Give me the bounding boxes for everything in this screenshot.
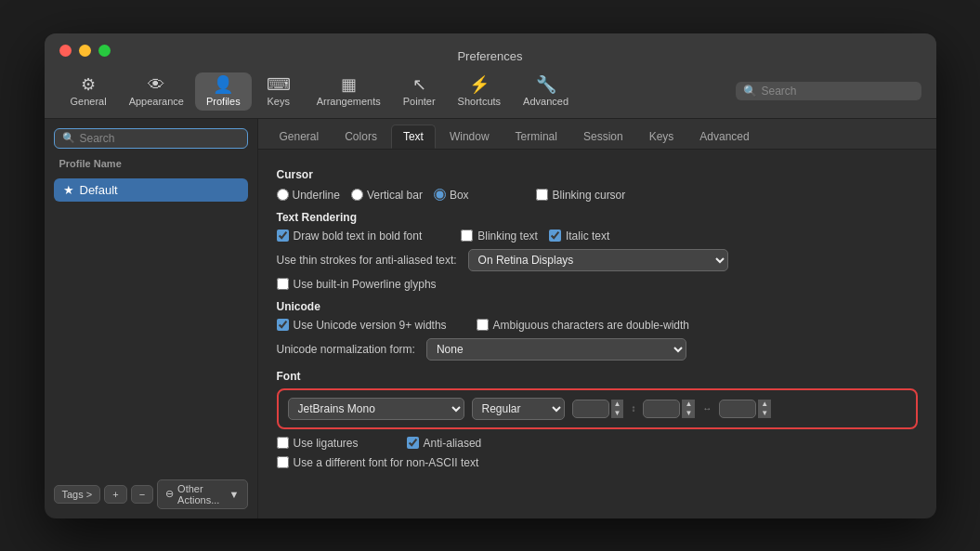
toolbar-item-keys[interactable]: ⌨ Keys xyxy=(252,72,306,111)
italic-text-label[interactable]: Italic text xyxy=(549,230,609,243)
toolbar-item-shortcuts[interactable]: ⚡ Shortcuts xyxy=(447,72,512,111)
profile-item-default[interactable]: ★ Default xyxy=(54,178,248,202)
minimize-button[interactable] xyxy=(79,45,91,57)
toolbar-label-general: General xyxy=(71,96,107,107)
circle-minus-icon: ⊖ xyxy=(165,488,174,500)
ambiguous-label[interactable]: Ambiguous characters are double-width xyxy=(477,319,689,332)
tab-colors[interactable]: Colors xyxy=(333,125,389,149)
toolbar-label-shortcuts: Shortcuts xyxy=(458,96,501,107)
text-rendering-row1: Draw bold text in bold font Blinking tex… xyxy=(277,230,918,243)
tab-terminal[interactable]: Terminal xyxy=(503,125,569,149)
different-font-row: Use a different font for non-ASCII text xyxy=(277,456,918,469)
ligatures-checkbox[interactable] xyxy=(277,437,289,449)
arrangements-icon: ▦ xyxy=(341,76,357,93)
line-height-icon: ↕ xyxy=(631,403,635,413)
line-height-up-button[interactable]: ▲ xyxy=(682,400,695,409)
blinking-cursor-label[interactable]: Blinking cursor xyxy=(536,189,626,202)
unicode-version-checkbox[interactable] xyxy=(277,319,289,331)
cursor-vertical-bar[interactable]: Vertical bar xyxy=(351,189,423,202)
toolbar-item-pointer[interactable]: ↖ Pointer xyxy=(392,72,447,111)
thin-strokes-select[interactable]: On Retina Displays Always Never xyxy=(468,249,728,271)
toolbar-item-profiles[interactable]: 👤 Profiles xyxy=(195,72,252,111)
cursor-box[interactable]: Box xyxy=(434,189,469,202)
preferences-window: Preferences ⚙ General 👁 Appearance 👤 Pro… xyxy=(45,33,936,518)
tab-window[interactable]: Window xyxy=(438,125,502,149)
char-spacing-input[interactable]: 100 xyxy=(719,400,756,418)
char-spacing-down-button[interactable]: ▼ xyxy=(758,409,771,418)
cursor-row: Underline Vertical bar Box Blinking curs… xyxy=(277,189,918,202)
toolbar-label-advanced: Advanced xyxy=(523,96,568,107)
font-size-up-button[interactable]: ▲ xyxy=(611,400,624,409)
toolbar-item-arrangements[interactable]: ▦ Arrangements xyxy=(306,72,392,111)
profile-name: Default xyxy=(80,183,118,197)
normalization-select[interactable]: None NFC NFD xyxy=(426,338,686,361)
sidebar-search-icon: 🔍 xyxy=(62,132,75,144)
sidebar-search-input[interactable] xyxy=(80,132,240,145)
unicode-version-label[interactable]: Use Unicode version 9+ widths xyxy=(277,319,447,332)
sidebar: 🔍 Profile Name ★ Default Tags > + − ⊖ Ot… xyxy=(45,119,258,518)
powerline-row: Use built-in Powerline glyphs xyxy=(277,278,918,291)
char-spacing-spin-icons: ▲ ▼ xyxy=(758,400,771,418)
line-height-spin-icons: ▲ ▼ xyxy=(682,400,695,418)
blinking-text-label[interactable]: Blinking text xyxy=(461,230,538,243)
italic-text-checkbox[interactable] xyxy=(549,230,561,242)
line-height-spinbox: 100 ▲ ▼ xyxy=(643,400,695,418)
toolbar-item-general[interactable]: ⚙ General xyxy=(59,72,118,111)
search-icon: 🔍 xyxy=(743,85,757,98)
toolbar-search-box[interactable]: 🔍 xyxy=(736,82,921,100)
window-title: Preferences xyxy=(59,49,921,63)
toolbar-item-appearance[interactable]: 👁 Appearance xyxy=(118,72,195,111)
tab-text[interactable]: Text xyxy=(391,125,436,149)
powerline-label[interactable]: Use built-in Powerline glyphs xyxy=(277,278,437,291)
tab-keys[interactable]: Keys xyxy=(637,125,686,149)
font-size-input[interactable]: 14 xyxy=(572,400,609,418)
profile-list-header: Profile Name xyxy=(54,154,248,173)
tab-advanced[interactable]: Advanced xyxy=(687,125,761,149)
titlebar: Preferences ⚙ General 👁 Appearance 👤 Pro… xyxy=(45,33,936,119)
tab-session[interactable]: Session xyxy=(571,125,635,149)
ambiguous-checkbox[interactable] xyxy=(477,319,489,331)
toolbar-label-keys: Keys xyxy=(267,96,289,107)
close-button[interactable] xyxy=(59,45,72,57)
general-icon: ⚙ xyxy=(81,76,96,93)
main-content: 🔍 Profile Name ★ Default Tags > + − ⊖ Ot… xyxy=(45,119,936,518)
add-profile-button[interactable]: + xyxy=(104,485,126,504)
toolbar-label-appearance: Appearance xyxy=(129,96,184,107)
sidebar-search-box[interactable]: 🔍 xyxy=(54,128,248,149)
remove-profile-button[interactable]: − xyxy=(131,485,153,504)
blinking-text-checkbox[interactable] xyxy=(461,230,473,242)
sidebar-bottom: Tags > + − ⊖ Other Actions... ▼ xyxy=(54,479,248,509)
different-font-label[interactable]: Use a different font for non-ASCII text xyxy=(277,456,479,469)
tab-general[interactable]: General xyxy=(268,125,332,149)
powerline-checkbox[interactable] xyxy=(277,278,289,290)
different-font-checkbox[interactable] xyxy=(277,456,289,468)
char-spacing-spinbox: 100 ▲ ▼ xyxy=(719,400,771,418)
toolbar-left: ⚙ General 👁 Appearance 👤 Profiles ⌨ Keys… xyxy=(59,72,581,111)
tab-bar: General Colors Text Window Terminal Sess… xyxy=(258,119,936,150)
unicode-section-title: Unicode xyxy=(277,300,918,313)
anti-aliased-label[interactable]: Anti-aliased xyxy=(407,437,482,450)
blinking-cursor-checkbox[interactable] xyxy=(536,189,548,201)
char-spacing-up-button[interactable]: ▲ xyxy=(758,400,771,409)
toolbar-search-input[interactable] xyxy=(762,85,914,98)
line-height-down-button[interactable]: ▼ xyxy=(682,409,695,418)
star-icon: ★ xyxy=(63,183,74,197)
maximize-button[interactable] xyxy=(98,45,111,57)
line-height-input[interactable]: 100 xyxy=(643,400,680,418)
appearance-icon: 👁 xyxy=(148,76,164,93)
font-size-down-button[interactable]: ▼ xyxy=(611,409,624,418)
draw-bold-label[interactable]: Draw bold text in bold font xyxy=(277,230,423,243)
thin-strokes-row: Use thin strokes for anti-aliased text: … xyxy=(277,249,918,271)
toolbar-item-advanced[interactable]: 🔧 Advanced xyxy=(512,72,580,111)
normalization-row: Unicode normalization form: None NFC NFD xyxy=(277,338,918,361)
other-actions-button[interactable]: ⊖ Other Actions... ▼ xyxy=(157,479,247,509)
ligatures-label[interactable]: Use ligatures xyxy=(277,437,359,450)
font-name-select[interactable]: JetBrains Mono Monaco xyxy=(288,398,464,420)
draw-bold-checkbox[interactable] xyxy=(277,230,289,242)
font-size-spin-icons: ▲ ▼ xyxy=(611,400,624,418)
char-spacing-icon: ↔ xyxy=(702,403,712,413)
font-style-select[interactable]: Regular Bold Italic xyxy=(472,398,565,420)
tags-button[interactable]: Tags > xyxy=(54,485,101,504)
anti-aliased-checkbox[interactable] xyxy=(407,437,419,449)
cursor-underline[interactable]: Underline xyxy=(277,189,340,202)
